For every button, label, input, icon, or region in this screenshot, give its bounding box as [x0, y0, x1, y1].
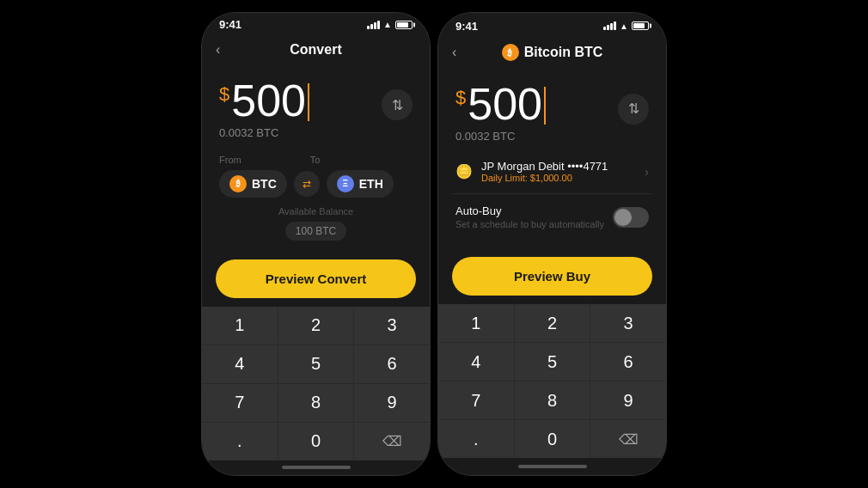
left-phone: 9:41 ▲ ‹ Convert $ 5: [201, 12, 431, 476]
key-4-right[interactable]: 4: [438, 343, 514, 381]
preview-convert-button[interactable]: Preview Convert: [216, 259, 416, 298]
header-left: ‹ Convert: [202, 35, 430, 64]
from-crypto-label: BTC: [252, 177, 277, 191]
key-5-left[interactable]: 5: [278, 345, 354, 383]
to-label: To: [310, 155, 321, 165]
signal-icon-right: [603, 21, 616, 30]
from-crypto-btn[interactable]: ₿ BTC: [219, 170, 287, 198]
key-9-left[interactable]: 9: [354, 384, 430, 422]
balance-badge: 100 BTC: [285, 222, 346, 241]
header-right: ‹ ₿ Bitcoin BTC: [438, 37, 666, 68]
spacer-right: [438, 240, 666, 248]
time-right: 9:41: [455, 20, 478, 33]
chevron-right-icon: ›: [645, 165, 649, 179]
key-1-right[interactable]: 1: [438, 304, 514, 342]
wifi-icon: ▲: [383, 20, 392, 29]
key-8-right[interactable]: 8: [515, 381, 590, 419]
key-0-right[interactable]: 0: [515, 420, 590, 458]
eth-icon: Ξ: [337, 175, 354, 192]
btc-icon: ₿: [229, 175, 247, 192]
key-7-right[interactable]: 7: [438, 381, 514, 419]
signal-icon: [367, 21, 380, 29]
key-9-right[interactable]: 9: [590, 381, 666, 419]
key-2-left[interactable]: 2: [278, 307, 354, 345]
key-5-right[interactable]: 5: [515, 343, 590, 381]
back-button-right[interactable]: ‹: [452, 45, 456, 60]
auto-buy-row: Auto-Buy Set a schedule to buy automatic…: [452, 194, 652, 240]
home-indicator-left: [202, 461, 430, 475]
dollar-sign-left: $: [219, 83, 229, 106]
swap-direction-right[interactable]: ⇅: [618, 94, 649, 125]
header-title-right: Bitcoin BTC: [524, 45, 603, 60]
amount-value-right: 500: [468, 82, 546, 126]
preview-buy-button[interactable]: Preview Buy: [452, 257, 652, 296]
keypad-right: 1 2 3 4 5 6 7 8 9 . 0 ⌫: [438, 304, 666, 458]
cursor-right: [544, 87, 546, 125]
key-7-left[interactable]: 7: [202, 384, 278, 422]
key-1-left[interactable]: 1: [202, 307, 278, 345]
payment-left: 🪙 JP Morgan Debit ••••4771 Daily Limit: …: [455, 160, 608, 183]
payment-row[interactable]: 🪙 JP Morgan Debit ••••4771 Daily Limit: …: [452, 149, 652, 194]
payment-info: JP Morgan Debit ••••4771 Daily Limit: $1…: [481, 160, 608, 183]
auto-buy-info: Auto-Buy Set a schedule to buy automatic…: [455, 204, 604, 229]
from-to-section: From To ₿ BTC ⇄ Ξ ETH: [202, 146, 430, 206]
swap-arrows-btn[interactable]: ⇄: [294, 171, 320, 197]
swap-direction-left[interactable]: ⇅: [382, 89, 413, 120]
home-indicator-right: [438, 458, 666, 475]
from-label: From: [219, 155, 241, 165]
key-delete-right[interactable]: ⌫: [590, 420, 666, 458]
time-left: 9:41: [219, 18, 241, 31]
toggle-knob: [614, 209, 632, 226]
key-dot-left[interactable]: .: [202, 423, 278, 461]
auto-buy-title: Auto-Buy: [455, 204, 604, 217]
amount-section-right: $ 500 0.0032 BTC ⇅: [438, 68, 666, 149]
key-delete-left[interactable]: ⌫: [354, 423, 430, 461]
to-crypto-btn[interactable]: Ξ ETH: [327, 170, 394, 198]
key-8-left[interactable]: 8: [278, 384, 354, 422]
to-crypto-label: ETH: [359, 177, 383, 191]
btc-header-icon: ₿: [502, 44, 519, 61]
key-0-left[interactable]: 0: [278, 423, 354, 461]
auto-buy-toggle[interactable]: [613, 207, 649, 228]
dollar-sign-right: $: [455, 87, 466, 109]
key-dot-right[interactable]: .: [438, 420, 514, 458]
header-title-left: Convert: [290, 42, 341, 58]
wifi-icon-right: ▲: [620, 21, 628, 31]
key-6-right[interactable]: 6: [590, 343, 666, 381]
available-label: Available Balance: [278, 206, 353, 217]
back-button-left[interactable]: ‹: [216, 42, 220, 58]
key-3-left[interactable]: 3: [354, 307, 430, 345]
status-bar-right: 9:41 ▲: [438, 13, 666, 37]
card-icon: 🪙: [455, 163, 473, 180]
btc-amount-right: 0.0032 BTC: [455, 130, 649, 143]
bitcoin-header: ₿ Bitcoin BTC: [502, 44, 603, 61]
btc-amount-left: 0.0032 BTC: [219, 126, 413, 139]
amount-section-left: $ 500 0.0032 BTC ⇅: [202, 64, 430, 146]
status-icons-left: ▲: [367, 20, 413, 29]
key-6-left[interactable]: 6: [354, 345, 430, 383]
cursor-left: [308, 83, 309, 121]
from-to-labels: From To: [219, 155, 413, 165]
payment-card-sub: Daily Limit: $1,000.00: [481, 173, 608, 183]
available-section: Available Balance 100 BTC: [202, 206, 430, 251]
right-phone: 9:41 ▲ ‹ ₿ Bitcoin BTC: [437, 12, 667, 476]
status-bar-left: 9:41 ▲: [202, 13, 430, 35]
key-4-left[interactable]: 4: [202, 345, 278, 383]
key-2-right[interactable]: 2: [515, 304, 590, 342]
keypad-left: 1 2 3 4 5 6 7 8 9 . 0 ⌫: [202, 307, 430, 461]
payment-section: 🪙 JP Morgan Debit ••••4771 Daily Limit: …: [438, 149, 666, 240]
amount-value-left: 500: [231, 78, 309, 123]
crypto-row: ₿ BTC ⇄ Ξ ETH: [219, 170, 413, 198]
battery-icon: [395, 21, 413, 29]
payment-card-label: JP Morgan Debit ••••4771: [481, 160, 608, 173]
auto-buy-subtitle: Set a schedule to buy automatically: [455, 219, 604, 229]
status-icons-right: ▲: [603, 21, 649, 31]
battery-icon-right: [632, 21, 649, 30]
key-3-right[interactable]: 3: [590, 304, 666, 342]
